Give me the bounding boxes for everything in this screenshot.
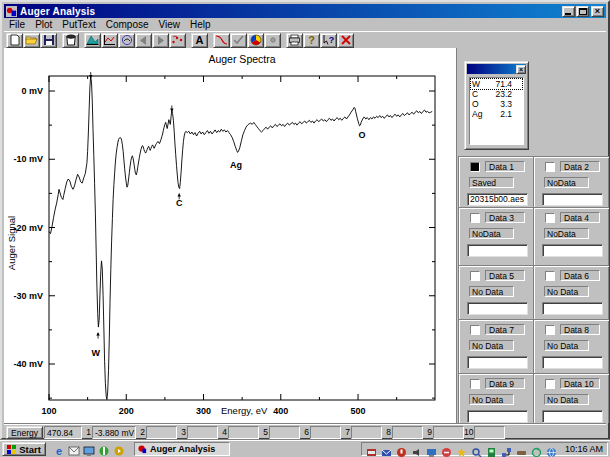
modem-icon[interactable] xyxy=(396,444,407,455)
data-1-checkbox[interactable] xyxy=(470,162,480,172)
close-button[interactable]: × xyxy=(591,6,604,17)
line-plot-button[interactable] xyxy=(101,33,118,48)
media-icon[interactable] xyxy=(113,443,125,455)
channel-8-number[interactable]: 8 xyxy=(382,427,391,437)
channels-icon[interactable] xyxy=(98,443,110,455)
display-icon[interactable] xyxy=(426,444,437,455)
channel-10-number[interactable]: 10 xyxy=(464,427,473,437)
data-4-checkbox[interactable] xyxy=(545,213,555,223)
erase-bucket-button[interactable] xyxy=(62,33,79,48)
circle-plot-button[interactable] xyxy=(118,33,135,48)
save-file-icon xyxy=(43,34,55,46)
color-palette-button[interactable] xyxy=(247,33,264,48)
data-6-checkbox[interactable] xyxy=(545,271,555,281)
data-8-checkbox[interactable] xyxy=(545,325,555,335)
data-5-label[interactable]: Data 5 xyxy=(485,270,525,281)
scanner-icon[interactable] xyxy=(366,444,377,455)
data-10-label[interactable]: Data 10 xyxy=(560,378,600,389)
help-icon: ? xyxy=(306,34,317,46)
next-data-button[interactable] xyxy=(152,33,169,48)
data-9-file-field[interactable] xyxy=(467,410,528,423)
ie-icon[interactable]: e xyxy=(53,443,65,455)
close-plot-button[interactable] xyxy=(337,33,354,48)
legend-item-Ag[interactable]: Ag2.1 xyxy=(471,109,522,119)
channel-7-number[interactable]: 7 xyxy=(341,427,350,437)
fit-curve-button[interactable] xyxy=(213,33,230,48)
data-7-checkbox[interactable] xyxy=(470,325,480,335)
minimize-button[interactable] xyxy=(562,6,575,17)
data-8-label[interactable]: Data 8 xyxy=(560,324,600,335)
data-8-file-field[interactable] xyxy=(542,356,603,369)
data-6-label[interactable]: Data 6 xyxy=(560,270,600,281)
menu-view[interactable]: View xyxy=(154,19,186,30)
data-9-checkbox[interactable] xyxy=(470,379,480,389)
data-9-label[interactable]: Data 9 xyxy=(485,378,525,389)
color-palette-icon xyxy=(250,34,262,46)
print-button[interactable] xyxy=(286,33,303,48)
data-5-checkbox[interactable] xyxy=(470,271,480,281)
accept-check-button[interactable] xyxy=(230,33,247,48)
data-5-file-field[interactable] xyxy=(467,302,528,315)
scatter-plot-button[interactable] xyxy=(169,33,186,48)
text-label-button[interactable]: A xyxy=(191,33,208,48)
globe-icon[interactable] xyxy=(546,444,557,455)
magnifier-icon[interactable] xyxy=(471,444,482,455)
save-file-button[interactable] xyxy=(40,33,57,48)
mail-icon[interactable] xyxy=(381,444,392,455)
maximize-button[interactable] xyxy=(576,6,589,17)
legend-item-W[interactable]: W71.4 xyxy=(471,79,522,89)
channel-1-number[interactable]: 1 xyxy=(82,427,91,437)
menu-help[interactable]: Help xyxy=(185,19,216,30)
outlook-icon[interactable] xyxy=(68,443,80,455)
data-4-file-field[interactable] xyxy=(542,244,603,257)
data-4-label[interactable]: Data 4 xyxy=(560,212,600,223)
data-6-file-field[interactable] xyxy=(542,302,603,315)
data-3-label[interactable]: Data 3 xyxy=(485,212,525,223)
x-tick-label: 100 xyxy=(41,406,56,416)
legend-item-C[interactable]: C23.2 xyxy=(471,89,522,99)
data-10-file-field[interactable] xyxy=(542,410,603,423)
menu-puttext[interactable]: PutText xyxy=(57,19,100,30)
data-1-label[interactable]: Data 1 xyxy=(485,161,525,172)
prev-data-button[interactable] xyxy=(135,33,152,48)
channel-3-number[interactable]: 3 xyxy=(177,427,186,437)
context-help-button[interactable]: ? xyxy=(320,33,337,48)
area-plot-button[interactable] xyxy=(84,33,101,48)
point-marker-button[interactable] xyxy=(264,33,281,48)
msn-icon[interactable] xyxy=(456,444,467,455)
menu-compose[interactable]: Compose xyxy=(101,19,154,30)
data-7-file-field[interactable] xyxy=(467,356,528,369)
power-icon[interactable] xyxy=(486,444,497,455)
data-1-file-field[interactable]: 20315b00.aes xyxy=(467,193,528,206)
channel-9-number[interactable]: 9 xyxy=(423,427,432,437)
legend-close-icon[interactable]: × xyxy=(516,65,526,74)
app-icon xyxy=(6,6,17,17)
channel-4-number[interactable]: 4 xyxy=(218,427,227,437)
start-button[interactable]: Start xyxy=(2,442,46,456)
data-3-checkbox[interactable] xyxy=(470,213,480,223)
task-button-auger-analysis[interactable]: Auger Analysis xyxy=(134,442,230,456)
open-file-button[interactable] xyxy=(23,33,40,48)
sync-icon[interactable] xyxy=(531,444,542,455)
legend-item-O[interactable]: O3.3 xyxy=(471,99,522,109)
data-2-file-field[interactable] xyxy=(542,193,603,206)
volume-icon[interactable] xyxy=(411,444,422,455)
channel-6-number[interactable]: 6 xyxy=(300,427,309,437)
menu-file[interactable]: File xyxy=(4,19,30,30)
channel-2-number[interactable]: 2 xyxy=(136,427,145,437)
data-2-checkbox[interactable] xyxy=(545,162,555,172)
desktop-icon[interactable] xyxy=(83,443,95,455)
data-panel-4: Data 4NoData xyxy=(533,207,609,265)
network-icon[interactable] xyxy=(501,444,512,455)
data-2-label[interactable]: Data 2 xyxy=(560,161,600,172)
channel-5-number[interactable]: 5 xyxy=(259,427,268,437)
data-10-checkbox[interactable] xyxy=(545,379,555,389)
data-3-file-field[interactable] xyxy=(467,244,528,257)
new-document-button[interactable] xyxy=(6,33,23,48)
data-7-label[interactable]: Data 7 xyxy=(485,324,525,335)
usb-icon[interactable] xyxy=(516,444,527,455)
antivirus-icon[interactable] xyxy=(441,444,452,455)
channel-5-value xyxy=(269,426,300,439)
help-button[interactable]: ? xyxy=(303,33,320,48)
menu-plot[interactable]: Plot xyxy=(30,19,57,30)
